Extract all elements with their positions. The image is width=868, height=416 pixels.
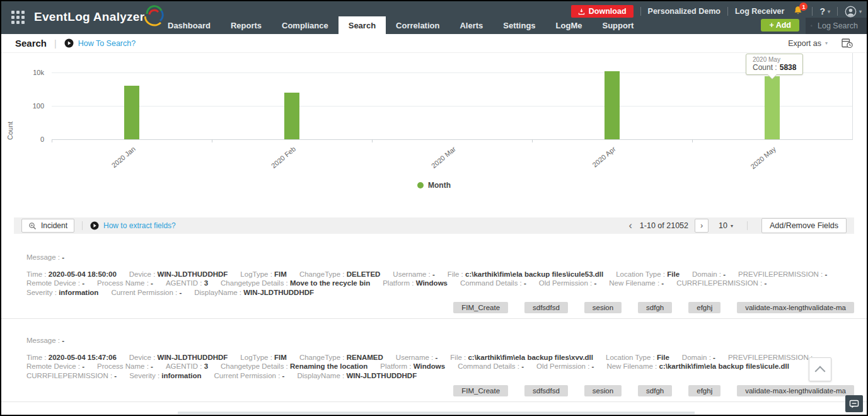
log-field: PREVFILEPERMISSION : - — [738, 270, 827, 279]
field-tag[interactable]: FIM_Create — [453, 302, 508, 313]
log-field: Current Permission : - — [111, 288, 182, 298]
log-receiver-link[interactable]: Log Receiver — [735, 7, 785, 16]
log-field: File : c:\karthik\fim\ela backup files\x… — [450, 353, 593, 362]
field-tag[interactable]: sdfsdfsd — [524, 302, 568, 313]
y-tick-label: 0 — [1, 136, 44, 143]
bar-2020-may[interactable] — [765, 76, 780, 139]
divider — [640, 7, 641, 16]
log-field: DisplayName : WIN-JLDTHUDDHDF — [194, 288, 314, 298]
how-to-search-link[interactable]: How To Search? — [78, 39, 136, 48]
field-tag[interactable]: sdfsdfsd — [524, 385, 568, 396]
log-field: Changetype Details : Move to the recycle… — [221, 279, 370, 288]
field-tag[interactable]: FIM_Create — [453, 385, 508, 396]
play-icon — [90, 221, 99, 230]
divider — [747, 221, 748, 230]
log-field: Location Type : File — [606, 353, 669, 362]
field-tag[interactable]: sesion — [584, 385, 622, 396]
legend-label: Month — [428, 181, 451, 190]
field-tag[interactable]: validate-max-lengthvalidate-ma — [737, 385, 854, 396]
log-search-box[interactable] — [806, 18, 867, 34]
log-field: LogType : FIM — [240, 270, 287, 279]
personalized-demo-link[interactable]: Personalized Demo — [648, 7, 720, 16]
add-remove-fields-button[interactable]: Add/Remove Fields — [761, 218, 847, 233]
nav-item-logme[interactable]: LogMe — [546, 16, 593, 34]
log-field: Remote Device : - — [26, 279, 84, 288]
nav-item-settings[interactable]: Settings — [493, 16, 545, 34]
chevron-up-icon — [815, 366, 826, 376]
log-field: Domain : - — [692, 270, 726, 279]
log-field: CURRFILEPERMISSION : - — [26, 371, 117, 381]
log-field: Old Permission : - — [539, 279, 596, 288]
nav-item-correlation[interactable]: Correlation — [386, 16, 449, 34]
bar-2020-feb[interactable] — [284, 93, 299, 139]
nav-item-compliance[interactable]: Compliance — [272, 16, 339, 34]
log-search-input[interactable] — [816, 21, 862, 31]
help-menu[interactable]: ? ▾ — [819, 6, 830, 16]
incident-icon — [28, 222, 37, 230]
log-field: Remote Device : - — [26, 362, 84, 371]
notifications-button[interactable]: 1 — [793, 5, 803, 18]
field-tag[interactable]: sesion — [584, 302, 622, 313]
field-row: Remote Device : -Process Name : -AGENTID… — [26, 279, 854, 288]
download-icon — [578, 8, 585, 15]
incident-button[interactable]: Incident — [21, 219, 74, 233]
field-tag[interactable]: sdfgh — [638, 302, 672, 313]
log-field: AGENTID : 3 — [166, 279, 208, 288]
prev-page-button[interactable]: ‹ — [628, 221, 634, 231]
chart-legend[interactable]: Month — [1, 181, 867, 190]
x-tick-label: 2020 May — [749, 145, 777, 170]
extract-fields-link[interactable]: How to extract fields? — [103, 221, 176, 230]
x-tick-label: 2020 Feb — [269, 145, 296, 170]
field-tag[interactable]: validate-max-lengthvalidate-ma — [737, 302, 854, 313]
next-page-button[interactable]: › — [695, 219, 709, 233]
brand-logo[interactable]: EventLog Analyzer — [34, 8, 166, 26]
chart-tooltip: 2020 May Count :5838 — [746, 54, 803, 75]
app-grid-icon[interactable] — [11, 11, 25, 24]
field-tag[interactable]: sdfgh — [638, 385, 672, 396]
y-tick-label: 100 — [1, 102, 44, 110]
x-tick-mark — [532, 139, 533, 142]
log-field: Command Details : - — [458, 362, 524, 371]
log-field: Command Details : - — [460, 279, 526, 288]
results-toolbar: Incident How to extract fields? ‹ 1-10 o… — [14, 217, 854, 234]
chart-plot: 2020 Jan2020 Feb2020 Mar2020 Apr2020 May — [52, 53, 853, 140]
header-utility-bar: Download Personalized Demo Log Receiver … — [571, 4, 862, 18]
download-button[interactable]: Download — [571, 5, 634, 18]
page-subheader: Search | How To Search? Export as ▾ — [1, 34, 867, 53]
log-field: Changetype Details : Renaming the locati… — [221, 362, 367, 371]
field-tag[interactable]: efghj — [688, 385, 720, 396]
nav-item-reports[interactable]: Reports — [221, 16, 272, 34]
feedback-chat-button[interactable] — [845, 395, 863, 412]
x-tick-mark — [372, 139, 373, 142]
field-tag[interactable]: efghj — [688, 302, 720, 313]
scroll-to-top-button[interactable] — [809, 357, 831, 381]
add-button[interactable]: + Add — [761, 19, 799, 32]
page-size-dropdown[interactable]: 10 ▾ — [719, 221, 733, 230]
nav-item-alerts[interactable]: Alerts — [449, 16, 493, 34]
pagination-text: 1-10 of 21052 — [640, 221, 688, 230]
log-field: Current Permission : - — [214, 371, 285, 381]
export-as-dropdown[interactable]: Export as ▾ — [788, 39, 828, 48]
log-field: Message : - — [26, 253, 64, 262]
log-field: PREVFILEPERMISSION : - — [728, 353, 817, 362]
nav-item-search[interactable]: Search — [339, 16, 386, 34]
log-field: LogType : FIM — [240, 353, 287, 362]
log-field: Device : WIN-JLDTHUDDHDF — [129, 353, 228, 362]
app-header: EventLog Analyzer DashboardReportsCompli… — [1, 1, 867, 34]
help-label: ? — [819, 6, 825, 16]
user-menu[interactable]: ▾ — [845, 6, 862, 18]
entry-tags: FIM_Createsdfsdfsdsesionsdfghefghjvalida… — [26, 385, 854, 396]
bar-2020-jan[interactable] — [124, 86, 139, 139]
x-tick-mark — [52, 139, 52, 142]
download-label: Download — [589, 7, 627, 16]
nav-item-support[interactable]: Support — [592, 16, 644, 34]
field-row: Severity : informationCurrent Permission… — [26, 288, 854, 298]
bar-2020-apr[interactable] — [605, 71, 620, 139]
pagination-controls: ‹ 1-10 of 21052 › 10 ▾ Add/Remove Fields — [628, 218, 847, 233]
divider — [727, 7, 728, 16]
nav-item-dashboard[interactable]: Dashboard — [158, 16, 221, 34]
schedule-report-icon[interactable] — [842, 38, 853, 49]
log-field: Process Name : - — [97, 279, 153, 288]
incident-label: Incident — [41, 221, 67, 230]
log-field: Device : WIN-JLDTHUDDHDF — [129, 270, 228, 279]
